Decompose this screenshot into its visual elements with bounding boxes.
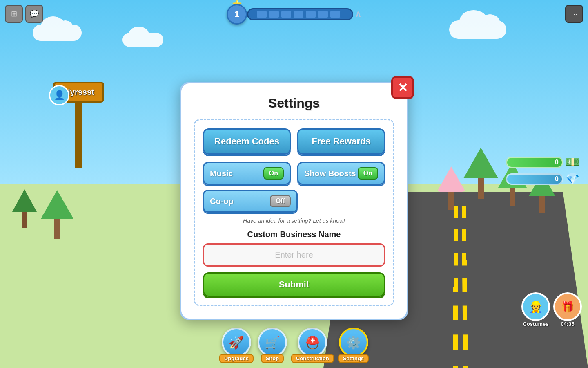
gems-value: 0 <box>555 175 559 183</box>
road-stripe-left <box>453 206 458 368</box>
show-boosts-toggle[interactable]: On <box>358 167 378 180</box>
nav-item-shop[interactable]: 🛒 Shop <box>258 328 287 363</box>
close-icon: ✕ <box>398 81 408 95</box>
cash-bar-bg: 0 <box>506 157 563 168</box>
bottom-nav: 🚀 Upgrades 🛒 Shop ⛑️ Construction ⚙️ Set… <box>219 328 369 363</box>
gems-bar: 0 💎 <box>506 172 580 186</box>
settings-modal-wrapper: ✕ Settings Redeem Codes Free Rewards Mus… <box>180 82 408 320</box>
settings-icon: ⚙️ <box>346 335 361 350</box>
settings-modal: ✕ Settings Redeem Codes Free Rewards Mus… <box>180 82 408 320</box>
free-rewards-label: Free Rewards <box>312 136 370 146</box>
timer-label: 04:35 <box>561 321 574 327</box>
timer-item: 🎁 04:35 <box>553 292 582 327</box>
tree-right-3 <box>463 148 498 199</box>
settings-title: Settings <box>194 96 394 111</box>
construction-icon: ⛑️ <box>305 335 320 350</box>
xp-bar-hud: ⭐ 1 ∧ <box>0 4 588 25</box>
cash-bar: 0 💵 <box>506 155 580 169</box>
show-boosts-state: On <box>363 170 372 177</box>
xp-segment-5 <box>305 11 316 18</box>
music-state: On <box>269 170 278 177</box>
gems-icon: 💎 <box>566 172 580 186</box>
level-number: 1 <box>234 9 239 20</box>
nav-item-construction[interactable]: ⛑️ Construction <box>291 328 334 363</box>
music-toggle-item: Music On <box>203 162 291 185</box>
music-toggle[interactable]: On <box>263 167 284 180</box>
costumes-label: Costumes <box>523 321 549 327</box>
close-button[interactable]: ✕ <box>391 76 414 99</box>
coop-state: Off <box>276 197 285 204</box>
coop-toggle[interactable]: Off <box>270 195 291 207</box>
construction-label: Construction <box>291 354 334 363</box>
gift-button[interactable]: 🎁 <box>553 292 582 321</box>
toggles-row-1: Music On Show Boosts On <box>203 162 385 185</box>
nav-item-upgrades[interactable]: 🚀 Upgrades <box>219 328 254 363</box>
action-buttons-row: Redeem Codes Free Rewards <box>203 128 385 155</box>
tree-far-left <box>12 189 37 228</box>
shop-label: Shop <box>261 354 284 363</box>
music-label: Music <box>210 169 233 178</box>
toggles-row-2: Co-op Off <box>203 190 385 213</box>
costumes-item: 👷 Costumes <box>521 292 550 327</box>
gems-bar-bg: 0 <box>506 173 563 185</box>
shop-icon: 🛒 <box>265 335 280 350</box>
xp-segment-7 <box>330 11 341 18</box>
settings-nav-label: Settings <box>338 354 369 363</box>
construction-icon-circle: ⛑️ <box>298 328 327 357</box>
redeem-codes-button[interactable]: Redeem Codes <box>203 128 291 155</box>
submit-label: Submit <box>279 279 310 289</box>
xp-segment-2 <box>269 11 279 18</box>
player-sign: 👤 plyrssst <box>53 82 104 168</box>
xp-segment-1 <box>256 11 267 18</box>
tree-pink <box>437 166 466 210</box>
road-stripe-right <box>462 206 468 368</box>
xp-bar <box>247 8 353 20</box>
show-boosts-label: Show Boosts <box>304 169 356 178</box>
upgrades-icon: 🚀 <box>229 335 244 350</box>
hint-text: Have an idea for a setting? Let us know! <box>203 218 385 224</box>
show-boosts-toggle-item: Show Boosts On <box>297 162 385 185</box>
submit-button[interactable]: Submit <box>203 272 385 297</box>
modal-inner: Redeem Codes Free Rewards Music On Show … <box>194 119 394 306</box>
xp-chevron-icon: ∧ <box>355 9 361 20</box>
xp-segment-4 <box>293 11 304 18</box>
cloud-1 <box>33 25 82 41</box>
custom-name-label: Custom Business Name <box>203 230 385 239</box>
xp-segment-6 <box>318 11 328 18</box>
settings-icon-circle: ⚙️ <box>339 328 368 357</box>
redeem-codes-label: Redeem Codes <box>214 136 279 146</box>
custom-name-input[interactable] <box>203 243 385 267</box>
coop-label: Co-op <box>210 197 234 206</box>
nav-item-settings[interactable]: ⚙️ Settings <box>338 328 369 363</box>
cloud-2 <box>122 33 163 47</box>
shop-icon-circle: 🛒 <box>258 328 287 357</box>
sign-post <box>75 103 82 168</box>
right-hud: 0 💵 0 💎 <box>506 155 580 186</box>
right-bottom-hud: 👷 Costumes 🎁 04:35 <box>521 292 582 327</box>
coop-toggle-item: Co-op Off <box>203 190 298 213</box>
cash-value: 0 <box>555 159 559 166</box>
empty-toggle-space <box>304 190 385 213</box>
player-avatar: 👤 <box>49 85 69 105</box>
tree-left <box>41 190 74 239</box>
upgrades-icon-circle: 🚀 <box>222 328 251 357</box>
costumes-button[interactable]: 👷 <box>521 292 550 321</box>
xp-segment-3 <box>281 11 292 18</box>
free-rewards-button[interactable]: Free Rewards <box>297 128 385 155</box>
upgrades-label: Upgrades <box>219 354 254 363</box>
level-badge: 1 <box>227 4 247 25</box>
cash-icon: 💵 <box>566 155 580 169</box>
right-bottom-row: 👷 Costumes 🎁 04:35 <box>521 292 582 327</box>
